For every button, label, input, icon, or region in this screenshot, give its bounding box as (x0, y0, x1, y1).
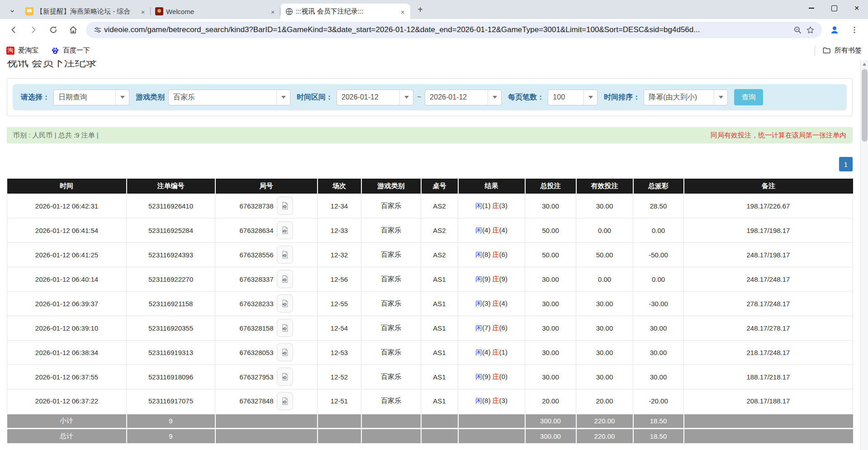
video-file-icon (280, 226, 289, 235)
tab-close-button[interactable] (269, 7, 277, 15)
cell-table-number: AS1 (421, 365, 458, 389)
folder-icon (822, 46, 831, 55)
bet-table-body: 2026-01-12 06:42:31523116926410676328738… (7, 194, 853, 413)
cell-session: 12-34 (318, 194, 361, 218)
cell-note: 248.17/278.17 (684, 316, 853, 340)
time-sort-value: 降幂(由大到小) (644, 90, 714, 105)
date-start-select[interactable]: 2026-01-12 (337, 90, 413, 105)
page-scrollbar[interactable] (860, 60, 868, 450)
video-replay-button[interactable] (277, 197, 293, 215)
bet-table-header-row: 时间注单编号局号场次游戏类别桌号结果总投注有效投注总派彩备注 (7, 179, 853, 194)
game-type-select[interactable]: 百家乐 (168, 90, 290, 105)
caret-down-icon (281, 96, 286, 99)
all-bookmarks-label[interactable]: 所有书签 (835, 46, 862, 55)
cell-total-bet[interactable]: 30.00 (525, 365, 576, 389)
tab-bet-records-active[interactable]: :::视讯 会员下注纪录::: (280, 4, 410, 19)
cell-payout: 30.00 (633, 340, 684, 365)
video-replay-button[interactable] (277, 392, 293, 410)
maximize-button[interactable] (823, 0, 845, 16)
tab-search-button[interactable] (5, 3, 19, 17)
video-file-icon (280, 250, 289, 259)
scrollbar-thumb[interactable] (862, 69, 868, 142)
zoom-icon[interactable] (791, 24, 804, 36)
cell-result: 闲(4) 庄(4) (458, 218, 525, 242)
total-label: 总计 (7, 428, 127, 443)
per-page-value: 100 (548, 90, 583, 105)
result-banker: 庄 (493, 324, 499, 332)
currency-total-text: 币别 : 人民币 | 总共 :9 注单 | (13, 131, 99, 140)
close-window-button[interactable] (845, 0, 868, 16)
result-player-count: (1) (482, 202, 493, 209)
cell-valid-bet: 30.00 (576, 291, 633, 316)
url-text[interactable]: videoie.com/game/betrecord_search/kind3?… (104, 25, 791, 34)
filter-container: 请选择： 日期查询 游戏类别 百家乐 时间区间： 2026-01-12 ~ (7, 78, 853, 116)
column-header: 场次 (318, 179, 361, 194)
bookmark-taobao[interactable]: 爱淘宝 (6, 46, 38, 55)
profile-avatar[interactable] (827, 22, 842, 38)
result-banker-count: (0) (499, 373, 508, 380)
tab-close-button[interactable] (139, 7, 147, 15)
video-file-icon (280, 372, 289, 381)
scrollbar-up-button[interactable] (861, 60, 868, 68)
bookmark-label: 百度一下 (63, 46, 90, 55)
table-row: 2026-01-12 06:39:10523116920355676328158… (7, 316, 853, 340)
cell-total-bet[interactable]: 30.00 (525, 340, 576, 365)
video-replay-button[interactable] (277, 221, 293, 239)
reload-button[interactable] (46, 22, 61, 38)
cell-table-number: AS1 (421, 340, 458, 365)
cell-total-bet[interactable]: 50.00 (525, 218, 576, 242)
page-number-button[interactable]: 1 (839, 157, 853, 171)
cell-bet-id: 523116922270 (127, 267, 215, 291)
video-replay-button[interactable] (277, 246, 293, 264)
cell-time: 2026-01-12 06:40:14 (7, 267, 127, 291)
video-replay-button[interactable] (277, 368, 293, 386)
forward-button[interactable] (26, 22, 41, 38)
new-tab-button[interactable] (414, 4, 427, 16)
video-replay-button[interactable] (277, 319, 293, 337)
result-player-count: (4) (482, 348, 493, 356)
video-replay-button[interactable] (277, 343, 293, 361)
tab-title: 【新提醒】海燕策略论坛 - 综合 (36, 7, 136, 16)
cell-total-bet[interactable]: 30.00 (525, 194, 576, 218)
time-sort-label: 时间排序： (604, 93, 640, 102)
browser-menu-button[interactable] (847, 22, 862, 38)
column-header: 有效投注 (576, 179, 633, 194)
video-replay-button[interactable] (277, 270, 293, 288)
minimize-button[interactable] (800, 0, 823, 16)
cell-total-bet[interactable]: 30.00 (525, 267, 576, 291)
cell-note: 198.17/226.67 (684, 194, 853, 218)
game-type-value: 百家乐 (169, 90, 276, 105)
home-button[interactable] (66, 22, 81, 38)
cell-total-bet[interactable]: 20.00 (525, 389, 576, 413)
address-bar[interactable]: videoie.com/game/betrecord_search/kind3?… (86, 22, 822, 38)
video-replay-button[interactable] (277, 294, 293, 313)
date-start-value: 2026-01-12 (337, 90, 399, 105)
date-end-select[interactable]: 2026-01-12 (425, 90, 502, 105)
per-page-label: 每页笔数： (508, 93, 544, 102)
result-banker: 庄 (493, 202, 499, 209)
search-button[interactable]: 查询 (734, 89, 763, 105)
maximize-icon (831, 5, 837, 11)
cell-total-bet[interactable]: 50.00 (525, 242, 576, 267)
tab-close-button[interactable] (398, 7, 407, 15)
table-row: 2026-01-12 06:41:25523116924393676328556… (7, 242, 853, 267)
cell-game-type: 百家乐 (361, 340, 421, 365)
tab-welcome[interactable]: Welcome (151, 4, 280, 19)
time-sort-select[interactable]: 降幂(由大到小) (644, 90, 728, 105)
back-button[interactable] (6, 22, 21, 38)
bookmark-baidu[interactable]: 百度一下 (51, 46, 90, 55)
per-page-select[interactable]: 100 (548, 90, 598, 105)
cell-round: 676328233 (215, 291, 318, 316)
query-mode-value: 日期查询 (54, 90, 115, 105)
tab-forum[interactable]: 【新提醒】海燕策略论坛 - 综合 (21, 4, 151, 19)
cell-note: 198.17/198.17 (684, 218, 853, 242)
cell-payout: -20.00 (633, 389, 684, 413)
cell-result: 闲(9) 庄(9) (458, 267, 525, 291)
cell-total-bet[interactable]: 30.00 (525, 291, 576, 316)
bookmark-star-icon[interactable] (804, 24, 816, 36)
close-icon (270, 8, 275, 15)
query-mode-select[interactable]: 日期查询 (53, 90, 129, 105)
back-arrow-icon (9, 25, 18, 34)
cell-total-bet[interactable]: 30.00 (525, 316, 576, 340)
site-settings-icon[interactable] (91, 24, 104, 36)
